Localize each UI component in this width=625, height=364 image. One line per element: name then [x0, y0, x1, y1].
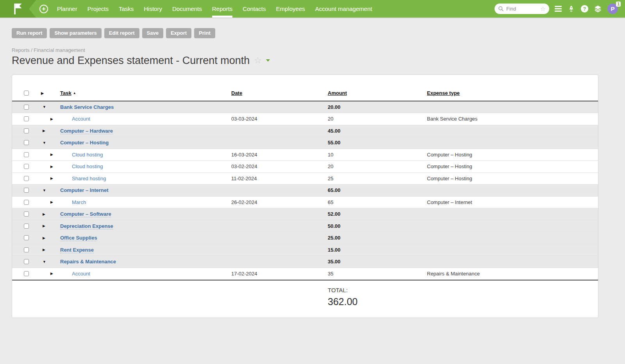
nav-item-history[interactable]: History: [139, 0, 167, 18]
table-row: ▶Account03-03-202420Bank Service Charges: [12, 113, 598, 125]
column-header-task[interactable]: Task▲: [60, 90, 231, 96]
date-cell: 03-02-2024: [231, 163, 328, 169]
title-dropdown-caret-icon[interactable]: [266, 59, 270, 62]
expand-toggle-icon[interactable]: ▶: [32, 165, 60, 169]
expand-toggle-icon[interactable]: ▶: [32, 248, 60, 252]
collapse-toggle-icon[interactable]: ▼: [32, 105, 60, 109]
expand-toggle-icon[interactable]: ▶: [32, 176, 60, 180]
search-input[interactable]: [506, 6, 538, 12]
task-link[interactable]: Computer – Hardware: [60, 128, 113, 134]
task-link[interactable]: Rent Expense: [60, 247, 94, 253]
row-checkbox[interactable]: [24, 211, 29, 217]
task-cell: Computer – Hardware: [60, 128, 231, 134]
date-cell: 26-02-2024: [231, 199, 328, 205]
table-row: ▼Computer – Hosting55.00: [12, 137, 598, 149]
print-button[interactable]: Print: [194, 28, 215, 38]
task-link[interactable]: Depreciation Expense: [60, 223, 113, 229]
row-checkbox[interactable]: [24, 176, 29, 181]
row-checkbox[interactable]: [24, 140, 29, 145]
table-row: ▶Cloud hosting03-02-202420Computer – Hos…: [12, 161, 598, 173]
hamburger-menu-icon[interactable]: [555, 6, 562, 12]
task-link[interactable]: Account: [72, 116, 90, 122]
expand-toggle-icon[interactable]: ▶: [32, 212, 60, 216]
breadcrumb[interactable]: Reports / Financial management: [12, 47, 625, 53]
amount-cell: 20: [328, 163, 427, 169]
show-parameters-button[interactable]: Show parameters: [50, 28, 101, 38]
task-link[interactable]: Shared hosting: [72, 176, 106, 181]
nav-item-documents[interactable]: Documents: [167, 0, 207, 18]
date-cell: 11-02-2024: [231, 176, 328, 181]
amount-cell: 20.00: [328, 104, 427, 110]
collapse-toggle-icon[interactable]: ▼: [32, 260, 60, 264]
collapse-toggle-icon[interactable]: ▼: [32, 141, 60, 145]
row-checkbox[interactable]: [24, 116, 29, 121]
row-checkbox[interactable]: [24, 164, 29, 169]
search-icon: [498, 6, 504, 12]
expand-toggle-icon[interactable]: ▶: [32, 117, 60, 121]
column-header-date[interactable]: Date: [231, 90, 328, 96]
expand-toggle-icon[interactable]: ▶: [32, 272, 60, 275]
row-checkbox[interactable]: [24, 152, 29, 157]
task-link[interactable]: Office Supplies: [60, 235, 97, 241]
nav-item-account-management[interactable]: Account management: [310, 0, 377, 18]
edit-report-button[interactable]: Edit report: [104, 28, 139, 38]
amount-cell: 20: [328, 116, 427, 122]
table-row: ▼Computer – Internet65.00: [12, 185, 598, 197]
column-header-expense-type[interactable]: Expense type: [427, 90, 598, 96]
collapse-toggle-icon[interactable]: ▼: [32, 188, 60, 192]
amount-cell: 50.00: [328, 223, 427, 229]
favorite-star-icon[interactable]: ☆: [254, 56, 262, 65]
nav-item-reports[interactable]: Reports: [207, 0, 238, 18]
nav-notch-decoration: [29, 0, 36, 18]
task-link[interactable]: Computer – Software: [60, 211, 111, 217]
nav-item-contacts[interactable]: Contacts: [238, 0, 271, 18]
global-search[interactable]: ☆: [495, 4, 549, 14]
user-avatar[interactable]: P 1: [607, 4, 618, 14]
row-checkbox[interactable]: [24, 271, 29, 276]
expense-type-cell: Computer – Hosting: [427, 152, 598, 158]
task-link[interactable]: Cloud hosting: [72, 152, 103, 158]
task-link[interactable]: Computer – Internet: [60, 187, 109, 193]
table-row: ▶Computer – Hardware45.00: [12, 125, 598, 137]
nav-item-planner[interactable]: Planner: [52, 0, 82, 18]
expand-toggle-icon[interactable]: ▶: [32, 153, 60, 156]
save-button[interactable]: Save: [142, 28, 163, 38]
row-checkbox[interactable]: [24, 235, 29, 240]
task-link[interactable]: Account: [72, 271, 90, 277]
row-checkbox[interactable]: [24, 259, 29, 264]
row-checkbox[interactable]: [24, 105, 29, 110]
row-checkbox[interactable]: [24, 188, 29, 193]
task-link[interactable]: March: [72, 199, 86, 205]
task-link[interactable]: Cloud hosting: [72, 163, 103, 169]
row-checkbox[interactable]: [24, 128, 29, 133]
nav-item-projects[interactable]: Projects: [82, 0, 114, 18]
rocket-icon[interactable]: [567, 5, 575, 13]
expand-all-toggle-icon[interactable]: ▶: [32, 91, 60, 95]
title-row: Revenue and Expenses statement - Current…: [12, 55, 625, 67]
search-favorites-star-icon[interactable]: ☆: [540, 6, 546, 12]
expand-toggle-icon[interactable]: ▶: [32, 224, 60, 228]
task-link[interactable]: Computer – Hosting: [60, 140, 109, 146]
row-checkbox[interactable]: [24, 200, 29, 205]
row-checkbox[interactable]: [24, 224, 29, 229]
task-cell: Repairs & Maintenance: [60, 259, 231, 265]
task-link[interactable]: Repairs & Maintenance: [60, 259, 116, 265]
layers-icon[interactable]: [594, 5, 602, 13]
help-icon[interactable]: ?: [581, 5, 588, 12]
nav-item-tasks[interactable]: Tasks: [114, 0, 139, 18]
nav-item-employees[interactable]: Employees: [271, 0, 310, 18]
run-report-button[interactable]: Run report: [12, 28, 47, 38]
table-row: ▶Rent Expense15.00: [12, 244, 598, 256]
table-row: ▶Computer – Software52.00: [12, 208, 598, 220]
export-button[interactable]: Export: [166, 28, 191, 38]
expand-toggle-icon[interactable]: ▶: [32, 200, 60, 204]
nav-menu: PlannerProjectsTasksHistoryDocumentsRepo…: [52, 0, 377, 18]
notification-badge: 1: [616, 2, 621, 7]
row-checkbox[interactable]: [24, 247, 29, 252]
select-all-checkbox[interactable]: [24, 91, 29, 96]
task-link[interactable]: Bank Service Charges: [60, 104, 114, 110]
expand-toggle-icon[interactable]: ▶: [32, 129, 60, 133]
quick-add-button[interactable]: +: [39, 5, 48, 13]
column-header-amount[interactable]: Amount: [328, 90, 427, 96]
expand-toggle-icon[interactable]: ▶: [32, 236, 60, 240]
